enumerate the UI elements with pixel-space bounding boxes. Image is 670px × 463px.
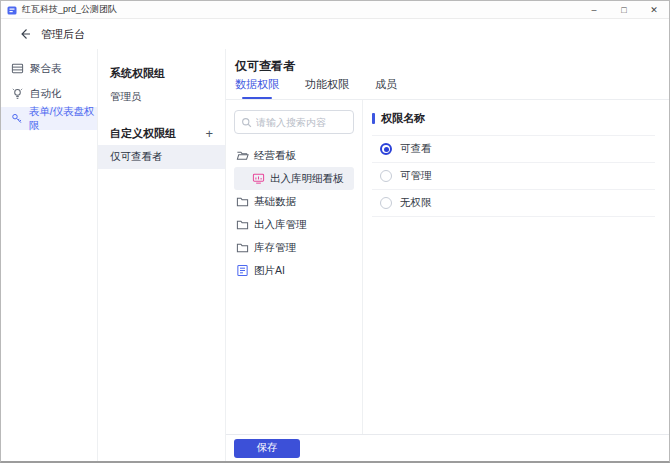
left-nav: 聚合表 自动化 表单/仪表盘权限 xyxy=(1,49,98,461)
permission-option-manageable[interactable]: 可管理 xyxy=(372,163,655,190)
key-icon xyxy=(11,112,23,125)
window-controls: – □ ✕ xyxy=(579,1,669,18)
tree-item-inout-detail-dashboard[interactable]: 出入库明细看板 xyxy=(234,167,354,190)
custom-groups-heading-label: 自定义权限组 xyxy=(110,126,176,141)
radio-unchecked-icon[interactable] xyxy=(380,170,392,182)
tree-item-label: 出入库明细看板 xyxy=(270,172,344,186)
page-title: 管理后台 xyxy=(41,27,85,42)
system-groups-heading: 系统权限组 xyxy=(98,61,225,85)
nav-item-label: 聚合表 xyxy=(30,62,62,76)
search-input[interactable] xyxy=(256,117,347,128)
tree-item-label: 图片AI xyxy=(254,264,285,278)
folder-icon xyxy=(236,218,249,231)
permission-option-label: 可管理 xyxy=(400,169,432,183)
nav-item-aggregate-table[interactable]: 聚合表 xyxy=(1,57,97,80)
custom-groups-heading: 自定义权限组 + xyxy=(98,121,225,145)
permission-option-viewable[interactable]: 可查看 xyxy=(372,136,655,163)
permission-detail-panel: 权限名称 可查看 可管理 无权限 xyxy=(363,100,669,434)
tree-item-label: 经营看板 xyxy=(254,149,296,163)
tree-item-label: 出入库管理 xyxy=(254,218,307,232)
content-columns: 聚合表 自动化 表单/仪表盘权限 系统权限组 管理员 xyxy=(1,49,669,461)
tab-bar: 数据权限 功能权限 成员 xyxy=(226,77,669,100)
minimize-button[interactable]: – xyxy=(579,1,609,18)
radio-unchecked-icon[interactable] xyxy=(380,197,392,209)
header: 管理后台 xyxy=(1,19,669,49)
nav-item-label: 表单/仪表盘权限 xyxy=(29,105,97,133)
footer-bar: 保存 xyxy=(226,434,669,461)
search-box xyxy=(234,110,354,134)
maximize-button[interactable]: □ xyxy=(609,1,639,18)
tab-function-permissions[interactable]: 功能权限 xyxy=(305,77,349,99)
window-title: 红瓦科技_prd_公测团队 xyxy=(22,3,117,16)
automation-bulb-icon xyxy=(11,87,24,100)
tree-item-business-dashboard-folder[interactable]: 经营看板 xyxy=(234,144,354,167)
tree-item-image-ai-form[interactable]: 图片AI xyxy=(234,259,354,282)
back-arrow-icon xyxy=(19,28,31,40)
dashboard-icon xyxy=(252,172,265,185)
tree-item-inout-management-folder[interactable]: 出入库管理 xyxy=(234,213,354,236)
nav-item-form-dashboard-permissions[interactable]: 表单/仪表盘权限 xyxy=(1,107,97,130)
radio-checked-icon[interactable] xyxy=(380,143,392,155)
form-icon xyxy=(236,264,249,277)
permission-groups-panel: 系统权限组 管理员 自定义权限组 + 仅可查看者 xyxy=(98,49,226,461)
group-item-label: 管理员 xyxy=(110,90,142,104)
group-item-label: 仅可查看者 xyxy=(110,150,163,164)
main-panel: 仅可查看者 数据权限 功能权限 成员 xyxy=(226,49,669,461)
back-button[interactable] xyxy=(19,28,31,40)
permission-option-no-permission[interactable]: 无权限 xyxy=(372,190,655,217)
nav-item-label: 自动化 xyxy=(30,87,62,101)
permission-name-heading-label: 权限名称 xyxy=(381,111,425,126)
system-groups-heading-label: 系统权限组 xyxy=(110,66,165,81)
nav-item-automation[interactable]: 自动化 xyxy=(1,82,97,105)
group-item-viewer-only[interactable]: 仅可查看者 xyxy=(98,145,225,169)
permission-option-label: 无权限 xyxy=(400,196,432,210)
aggregate-table-icon xyxy=(11,62,24,75)
folder-open-icon xyxy=(236,149,249,162)
tree-item-label: 基础数据 xyxy=(254,195,296,209)
tab-members[interactable]: 成员 xyxy=(375,77,397,99)
tree-item-basic-data-folder[interactable]: 基础数据 xyxy=(234,190,354,213)
tree-item-inventory-management-folder[interactable]: 库存管理 xyxy=(234,236,354,259)
tab-data-permissions[interactable]: 数据权限 xyxy=(235,77,279,99)
permission-option-label: 可查看 xyxy=(400,142,432,156)
heading-accent-bar xyxy=(372,113,375,124)
app-logo-icon xyxy=(7,5,17,15)
group-item-admin[interactable]: 管理员 xyxy=(98,85,225,109)
add-group-button[interactable]: + xyxy=(205,127,213,140)
group-detail-title: 仅可查看者 xyxy=(226,49,669,77)
app-window: 红瓦科技_prd_公测团队 – □ ✕ 管理后台 聚合表 xyxy=(0,0,670,463)
resource-tree-panel: 经营看板 出入库明细看板 基础数据 xyxy=(226,100,363,434)
search-icon xyxy=(241,117,252,128)
folder-icon xyxy=(236,241,249,254)
tree-item-label: 库存管理 xyxy=(254,241,296,255)
save-button[interactable]: 保存 xyxy=(234,439,300,458)
titlebar: 红瓦科技_prd_公测团队 – □ ✕ xyxy=(1,1,669,19)
folder-icon xyxy=(236,195,249,208)
tab-content: 经营看板 出入库明细看板 基础数据 xyxy=(226,100,669,434)
permission-options-list: 可查看 可管理 无权限 xyxy=(372,135,655,217)
close-button[interactable]: ✕ xyxy=(639,1,669,18)
permission-name-heading: 权限名称 xyxy=(372,110,655,126)
